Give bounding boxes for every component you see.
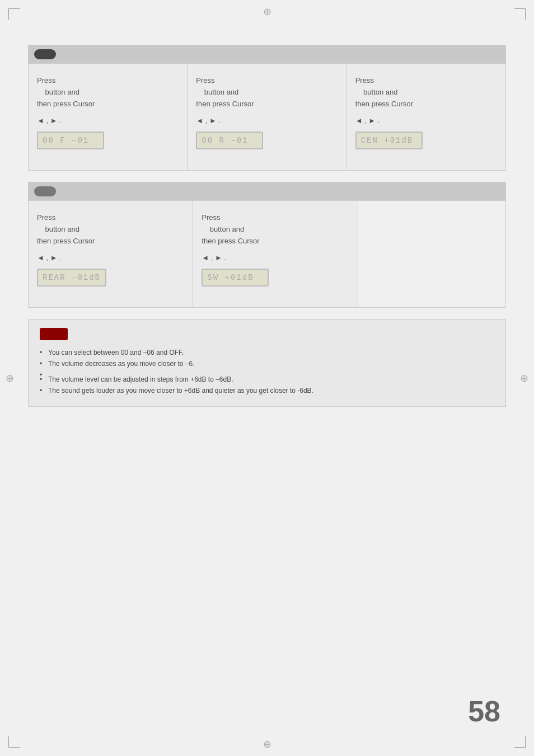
- card-front-left: Press button and then press Cursor ◄ , ►…: [29, 64, 188, 170]
- note-2: The volume decreases as you move closer …: [40, 360, 494, 368]
- card-rear: Press button and then press Cursor ◄ , ►…: [188, 64, 346, 170]
- card-c-arrows: ◄ , ► .: [355, 116, 497, 125]
- section2-header: [29, 182, 505, 200]
- note-4: The sound gets louder as you move closer…: [40, 387, 494, 395]
- card-empty: [358, 201, 505, 307]
- section1-header: [29, 45, 505, 63]
- note-spacer: [40, 371, 494, 375]
- note-section: You can select between 00 and –06 and OF…: [28, 319, 506, 407]
- card-r-arrows: ◄ , ► .: [196, 116, 338, 125]
- section1-label: [34, 49, 56, 59]
- page-number: 58: [468, 694, 500, 728]
- corner-tr: [514, 8, 526, 20]
- note-1: You can select between 00 and –06 and OF…: [40, 349, 494, 356]
- card-c-lcd: CEN +01dB: [355, 132, 423, 149]
- note-3: The volume level can be adjusted in step…: [40, 375, 494, 383]
- crosshair-top: ⊕: [263, 6, 271, 18]
- card-fl-arrows: ◄ , ► .: [37, 116, 179, 125]
- section2-label: [34, 186, 56, 196]
- card-sw-arrows: ◄ , ► .: [202, 253, 349, 262]
- crosshair-right: ⊕: [520, 372, 528, 384]
- card-r2-text: Press button and then press Cursor: [37, 212, 184, 247]
- crosshair-left: ⊕: [6, 372, 14, 384]
- card-sw-text: Press button and then press Cursor: [202, 212, 349, 247]
- notes-list: You can select between 00 and –06 and OF…: [40, 349, 494, 395]
- card-sw: Press button and then press Cursor ◄ , ►…: [193, 201, 358, 307]
- card-fl-lcd: 00 F –01: [37, 132, 104, 149]
- corner-br: [514, 736, 526, 748]
- card-rear2: Press button and then press Cursor ◄ , ►…: [29, 201, 193, 307]
- card-r2-lcd: REAR –01dB: [37, 269, 106, 287]
- card-r2-arrows: ◄ , ► .: [37, 253, 184, 262]
- main-content: Press button and then press Cursor ◄ , ►…: [28, 45, 506, 407]
- corner-bl: [8, 736, 20, 748]
- note-label-icon: [40, 328, 68, 340]
- section1-wrapper: Press button and then press Cursor ◄ , ►…: [28, 45, 506, 171]
- card-r-text: Press button and then press Cursor: [196, 75, 338, 110]
- card-r-lcd: 00 R –01: [196, 132, 263, 149]
- card-c-text: Press button and then press Cursor: [355, 75, 497, 110]
- card-sw-lcd: SW +01dB: [202, 269, 269, 287]
- crosshair-bottom: ⊕: [263, 738, 271, 750]
- cards-row-2: Press button and then press Cursor ◄ , ►…: [29, 200, 505, 307]
- card-fl-text: Press button and then press Cursor: [37, 75, 179, 110]
- corner-tl: [8, 8, 20, 20]
- cards-row-1: Press button and then press Cursor ◄ , ►…: [29, 63, 505, 170]
- section2-wrapper: Press button and then press Cursor ◄ , ►…: [28, 182, 506, 308]
- card-center: Press button and then press Cursor ◄ , ►…: [347, 64, 505, 170]
- page-container: ⊕ ⊕ ⊕ ⊕ Press button and then press Curs…: [0, 0, 534, 756]
